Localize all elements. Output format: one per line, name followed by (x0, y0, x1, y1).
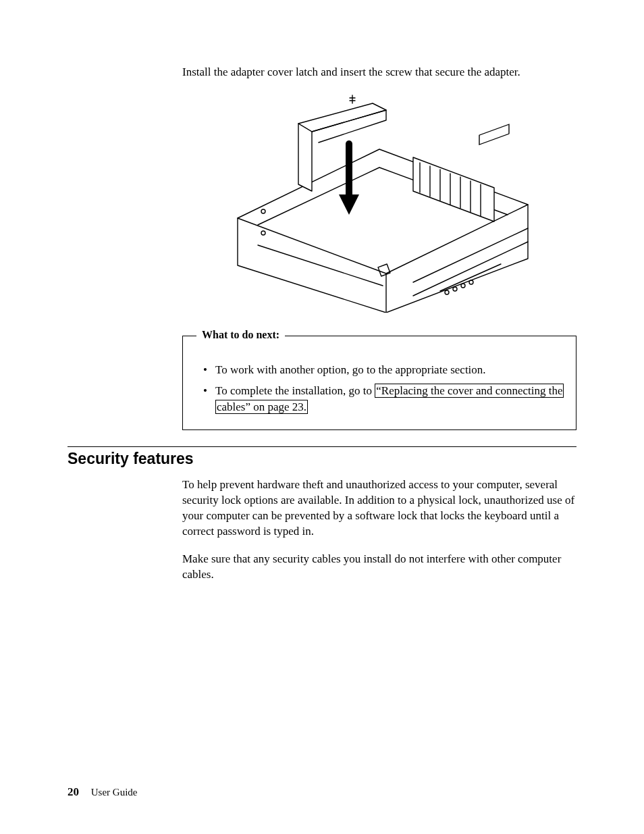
svg-marker-16 (298, 103, 386, 132)
section-para-1: To help prevent hardware theft and unaut… (182, 477, 576, 540)
box-item-1-text: To work with another option, go to the a… (215, 363, 486, 376)
intro-text: Install the adapter cover latch and inse… (182, 65, 576, 80)
what-to-do-next-box: What to do next: To work with another op… (182, 336, 576, 430)
page: Install the adapter cover latch and inse… (0, 0, 644, 834)
section-body: To help prevent hardware theft and unaut… (182, 477, 576, 583)
svg-rect-1 (479, 124, 509, 145)
content-block: Install the adapter cover latch and inse… (182, 65, 576, 430)
box-item-1: To work with another option, go to the a… (206, 362, 565, 379)
figure-adapter-install (182, 90, 576, 315)
box-item-2: To complete the installation, go to “Rep… (206, 383, 565, 416)
footer-label: User Guide (91, 787, 138, 798)
page-footer: 20 User Guide (68, 785, 137, 799)
svg-point-4 (461, 284, 465, 288)
cross-ref-link-line2[interactable]: cables” on page 23. (215, 400, 308, 414)
svg-marker-17 (298, 124, 312, 191)
svg-marker-0 (238, 149, 528, 313)
svg-point-5 (469, 280, 473, 284)
section-para-2: Make sure that any security cables you i… (182, 552, 576, 583)
svg-point-2 (445, 290, 449, 294)
section-rule (68, 446, 576, 447)
chassis-illustration-svg (211, 90, 548, 313)
cross-ref-link-line1[interactable]: “Replacing the cover and connecting the (375, 384, 564, 398)
svg-point-3 (453, 287, 457, 291)
section-heading: Security features (68, 450, 576, 468)
box-title-text: What to do next: (202, 329, 279, 340)
box-item-2-pre: To complete the installation, go to (215, 384, 375, 397)
box-list: To work with another option, go to the a… (194, 362, 565, 416)
box-title: What to do next: (196, 329, 285, 341)
page-number: 20 (68, 785, 79, 798)
